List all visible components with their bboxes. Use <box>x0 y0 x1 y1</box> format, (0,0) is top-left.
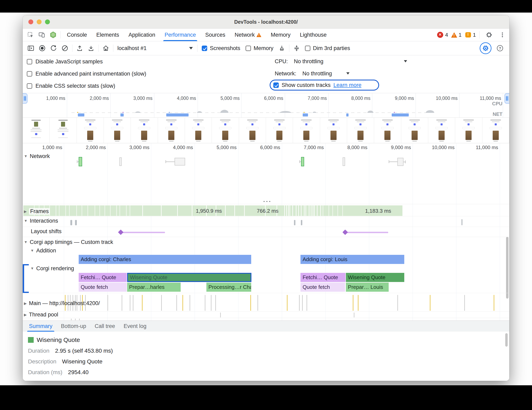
filmstrip-frame[interactable] <box>347 118 374 143</box>
node-icon[interactable] <box>48 30 59 40</box>
filmstrip-frame[interactable] <box>239 118 266 143</box>
filmstrip-frame[interactable] <box>266 118 293 143</box>
track-interactions[interactable]: ▼ Interactions <box>24 218 58 224</box>
custom-track-event[interactable]: Wisening Quote <box>346 273 404 282</box>
tab-sources[interactable]: Sources <box>200 28 230 41</box>
record-icon[interactable] <box>37 43 48 53</box>
tab-network[interactable]: Network <box>230 28 266 41</box>
details-tab-bottom-up[interactable]: Bottom-up <box>57 321 91 332</box>
issues-icon[interactable] <box>465 32 471 37</box>
details-tab-event-log[interactable]: Event log <box>119 321 151 332</box>
filmstrip-frame[interactable] <box>320 118 347 143</box>
dim-third-parties-checkbox[interactable] <box>305 46 310 51</box>
layout-shift-line[interactable] <box>122 232 165 233</box>
filmstrip-frame[interactable] <box>374 118 401 143</box>
download-profile-icon[interactable] <box>85 43 97 53</box>
details-tab-summary[interactable]: Summary <box>25 321 57 332</box>
track-custom[interactable]: ▼ Corgi app timings — Custom track <box>24 239 113 245</box>
filmstrip-frame[interactable] <box>185 118 212 143</box>
garbage-collect-icon[interactable] <box>276 43 287 53</box>
flame-scrollbar[interactable] <box>506 237 508 299</box>
custom-track-event[interactable]: Prepar…harles <box>127 282 181 292</box>
filmstrip-frame[interactable] <box>455 118 482 143</box>
network-throttling-select[interactable]: No throttling <box>303 71 332 77</box>
filmstrip-frame[interactable] <box>23 118 50 143</box>
memory-checkbox[interactable] <box>246 46 251 51</box>
capture-option-checkbox[interactable] <box>27 71 32 77</box>
show-custom-tracks-checkbox[interactable] <box>273 82 279 88</box>
screenshots-checkbox[interactable] <box>202 46 207 51</box>
console-warnings-icon[interactable] <box>451 32 457 37</box>
tab-performance[interactable]: Performance <box>160 28 201 41</box>
collapse-sections-icon[interactable] <box>291 43 302 53</box>
custom-track-event[interactable]: Fetchi… Quote <box>79 273 127 282</box>
layout-shift-diamond[interactable] <box>342 229 348 235</box>
timeline-overview[interactable]: CPU NET 1,000 ms2,000 ms3,000 ms4,000 ms… <box>23 93 509 118</box>
capture-option-checkbox[interactable] <box>27 59 32 64</box>
summary-scrollbar[interactable] <box>505 333 508 346</box>
inspect-element-icon[interactable] <box>25 30 36 40</box>
filmstrip-frame[interactable] <box>77 118 104 143</box>
track-addition[interactable]: ▼ Addition <box>30 247 56 254</box>
console-errors-icon[interactable] <box>437 32 443 38</box>
overview-left-handle[interactable] <box>23 93 28 104</box>
custom-track-event[interactable]: Adding corgi: Louis <box>300 255 404 264</box>
capture-option-checkbox[interactable] <box>27 83 32 89</box>
tab-memory[interactable]: Memory <box>266 28 295 41</box>
network-request[interactable] <box>397 158 403 166</box>
track-thread-pool[interactable]: ▶ Thread pool <box>24 311 58 318</box>
upload-profile-icon[interactable] <box>74 43 85 53</box>
tab-application[interactable]: Application <box>124 28 160 41</box>
track-network[interactable]: ▼ Network <box>24 153 50 159</box>
track-corgi-rendering[interactable]: ▼ Corgi rendering <box>30 265 74 272</box>
filmstrip-frame[interactable] <box>104 118 131 143</box>
custom-track-event[interactable]: Processing…r Charles <box>206 282 251 292</box>
interaction-mark[interactable] <box>70 220 72 225</box>
track-layout-shifts[interactable]: Layout shifts <box>31 228 62 235</box>
toggle-sidebar-icon[interactable] <box>25 43 37 53</box>
close-window-button[interactable] <box>28 19 33 24</box>
capture-settings-gear-icon[interactable] <box>480 42 492 54</box>
settings-gear-icon[interactable] <box>483 30 495 40</box>
network-request[interactable] <box>119 157 122 166</box>
reload-and-record-icon[interactable] <box>48 43 59 53</box>
network-request[interactable] <box>301 157 304 166</box>
track-frames[interactable]: ▶ Frames <box>24 208 50 215</box>
custom-track-event[interactable]: Quote fetch <box>79 282 127 292</box>
tab-console[interactable]: Console <box>62 28 92 41</box>
history-dropdown[interactable]: localhost #1 <box>115 43 196 53</box>
filmstrip-frame[interactable] <box>212 118 239 143</box>
details-tab-call-tree[interactable]: Call tree <box>90 321 119 332</box>
filmstrip-frame[interactable] <box>293 118 320 143</box>
network-resize-handle[interactable] <box>264 201 270 202</box>
custom-track-event[interactable]: Quote fetch <box>300 282 345 292</box>
interaction-mark[interactable] <box>461 219 463 225</box>
device-toolbar-icon[interactable] <box>36 30 48 40</box>
custom-track-event[interactable]: Prepar… Louis <box>346 282 389 292</box>
filmstrip-frame[interactable] <box>158 118 185 143</box>
custom-track-event[interactable]: Adding corgi: Charles <box>79 255 251 264</box>
filmstrip-frame[interactable] <box>401 118 428 143</box>
custom-track-event[interactable]: Wisening Quote <box>127 273 251 282</box>
minimize-window-button[interactable] <box>37 19 42 24</box>
overview-right-handle[interactable] <box>504 93 509 104</box>
zoom-window-button[interactable] <box>45 19 50 24</box>
filmstrip-frame[interactable] <box>428 118 455 143</box>
interaction-mark[interactable] <box>75 220 77 225</box>
tab-lighthouse[interactable]: Lighthouse <box>295 28 331 41</box>
network-request[interactable] <box>175 158 185 165</box>
track-main[interactable]: ▶ Main — http://localhost:4200/ <box>24 300 100 307</box>
flame-chart[interactable]: ▼ Network ▶ Frames ▼ Interactions Layout… <box>23 143 509 320</box>
kebab-menu-icon[interactable] <box>497 30 508 40</box>
tab-elements[interactable]: Elements <box>92 28 124 41</box>
learn-more-link[interactable]: Learn more <box>333 82 361 88</box>
interaction-mark[interactable] <box>294 220 295 225</box>
network-request[interactable] <box>343 157 345 166</box>
layout-shift-line[interactable] <box>347 232 388 233</box>
filmstrip-frame[interactable] <box>482 118 509 143</box>
network-request[interactable] <box>79 157 82 166</box>
filmstrip-frame[interactable] <box>131 118 158 143</box>
home-icon[interactable] <box>100 43 112 53</box>
interaction-mark[interactable] <box>301 220 302 225</box>
clear-recording-icon[interactable] <box>59 43 71 53</box>
